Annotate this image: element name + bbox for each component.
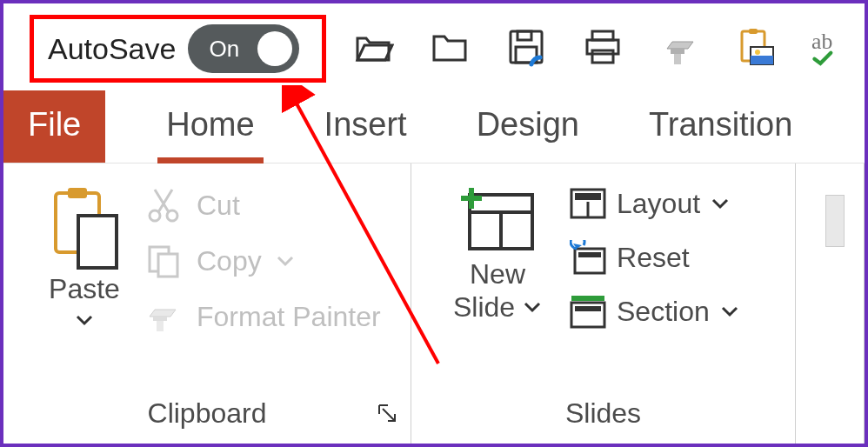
copy-button[interactable]: Copy: [144, 242, 381, 280]
svg-rect-9: [749, 29, 758, 34]
chevron-down-icon[interactable]: [276, 245, 295, 277]
cut-label: Cut: [197, 190, 240, 222]
layout-label: Layout: [617, 188, 700, 220]
svg-rect-16: [78, 216, 117, 268]
svg-rect-32: [578, 252, 601, 257]
tab-design[interactable]: Design: [468, 90, 588, 163]
cut-button[interactable]: Cut: [144, 186, 381, 224]
quick-access-toolbar: AutoSave On: [3, 3, 865, 90]
chevron-down-icon[interactable]: [523, 291, 542, 323]
tab-file[interactable]: File: [3, 90, 105, 163]
autosave-highlight-box: AutoSave On: [30, 15, 326, 83]
slides-group-label: Slides: [411, 389, 795, 444]
autosave-state: On: [209, 36, 239, 63]
clipboard-group-label: Clipboard: [3, 389, 411, 444]
svg-point-12: [755, 50, 760, 55]
ribbon-tabs: File Home Insert Design Transition: [3, 90, 865, 163]
copy-label: Copy: [197, 245, 262, 277]
chevron-down-icon[interactable]: [711, 188, 730, 220]
section-label: Section: [617, 296, 710, 328]
ribbon: Paste Cut: [3, 163, 865, 444]
layout-button[interactable]: Layout: [570, 186, 739, 221]
spellcheck-icon[interactable]: ab: [811, 26, 860, 71]
format-painter-icon[interactable]: [658, 26, 700, 71]
print-icon[interactable]: [582, 26, 624, 71]
svg-rect-6: [671, 49, 684, 54]
group-slides: New Slide Layout Reset: [411, 163, 796, 444]
paste-image-icon[interactable]: [735, 26, 777, 71]
svg-rect-20: [158, 254, 177, 277]
svg-rect-7: [674, 54, 681, 64]
svg-rect-1: [517, 31, 531, 40]
toggle-knob: [257, 31, 292, 66]
svg-text:ab: ab: [811, 29, 832, 54]
format-painter-button[interactable]: Format Painter: [144, 297, 381, 336]
reset-button[interactable]: Reset: [570, 240, 739, 275]
svg-rect-35: [575, 306, 601, 311]
tab-insert[interactable]: Insert: [316, 90, 416, 163]
tab-home[interactable]: Home: [157, 90, 263, 163]
chevron-down-icon[interactable]: [720, 296, 739, 328]
paste-button[interactable]: Paste: [33, 186, 136, 389]
group-clipboard: Paste Cut: [3, 163, 411, 444]
save-icon[interactable]: [505, 26, 547, 71]
svg-rect-5: [592, 50, 613, 63]
svg-rect-21: [153, 317, 167, 321]
new-slide-button[interactable]: New Slide: [441, 186, 554, 389]
dialog-launcher-icon[interactable]: [376, 399, 398, 431]
svg-rect-22: [157, 321, 164, 331]
autosave-toggle[interactable]: On: [188, 24, 299, 73]
autosave-label: AutoSave: [48, 32, 176, 66]
group-next: [796, 163, 865, 444]
new-icon[interactable]: [429, 26, 471, 71]
section-button[interactable]: Section: [570, 294, 739, 329]
tab-transitions[interactable]: Transition: [640, 90, 801, 163]
svg-rect-11: [751, 56, 773, 64]
svg-rect-29: [575, 193, 601, 200]
partial-control[interactable]: [825, 195, 845, 247]
format-painter-label: Format Painter: [197, 301, 381, 333]
svg-rect-34: [571, 296, 604, 301]
paste-label: Paste: [49, 273, 120, 305]
chevron-down-icon[interactable]: [75, 310, 94, 333]
new-slide-label: New Slide: [453, 258, 525, 323]
svg-rect-15: [68, 188, 87, 198]
open-icon[interactable]: [352, 26, 394, 71]
qat-icons: ab: [352, 26, 860, 71]
reset-label: Reset: [617, 242, 690, 274]
